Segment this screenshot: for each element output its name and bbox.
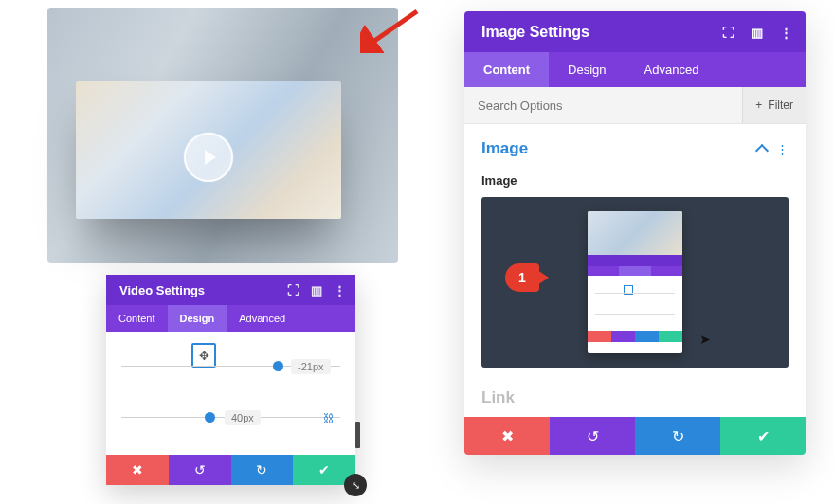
tab-content[interactable]: Content: [106, 305, 168, 332]
svg-line-0: [368, 11, 417, 45]
kebab-icon[interactable]: ⋮: [776, 142, 789, 156]
slider-thumb[interactable]: [273, 361, 283, 371]
link-values-icon[interactable]: ⛓: [323, 412, 335, 425]
left-preview-area: Video Settings ⛶ ▥ ⋮ Content Design Adva…: [47, 8, 408, 500]
field-label: Image: [481, 173, 789, 188]
tab-bar: Content Design Advanced: [464, 52, 806, 87]
foreground-video-thumbnail[interactable]: [76, 81, 341, 219]
action-bar: ✖ ↺ ↻ ✔: [464, 417, 806, 455]
help-icon[interactable]: ▥: [752, 26, 763, 40]
kebab-icon[interactable]: ⋮: [334, 283, 346, 297]
background-photo: [47, 8, 398, 263]
expand-icon[interactable]: ⛶: [722, 26, 734, 40]
offset-x-value[interactable]: -21px: [291, 359, 331, 374]
scroll-indicator: [355, 422, 360, 448]
position-drag-handle[interactable]: ✥: [191, 343, 216, 368]
save-button[interactable]: ✔: [720, 417, 806, 455]
cursor-icon: ➤: [699, 332, 711, 347]
help-icon[interactable]: ▥: [311, 283, 322, 297]
panel-header[interactable]: Image Settings ⛶ ▥ ⋮: [464, 11, 806, 52]
search-bar: + Filter: [464, 87, 806, 124]
image-thumbnail: [588, 211, 682, 353]
image-settings-panel: Image Settings ⛶ ▥ ⋮ Content Design Adva…: [464, 11, 806, 455]
slider-thumb[interactable]: [205, 412, 215, 423]
step-marker-label: 1: [505, 263, 539, 292]
filter-button[interactable]: + Filter: [742, 87, 806, 123]
video-settings-panel: Video Settings ⛶ ▥ ⋮ Content Design Adva…: [106, 275, 355, 485]
undo-button[interactable]: ↺: [169, 455, 231, 485]
image-preview-well[interactable]: 1 ➤: [481, 197, 789, 368]
close-button[interactable]: ✖: [464, 417, 550, 455]
panel-title: Image Settings: [481, 24, 589, 41]
search-input[interactable]: [464, 88, 742, 123]
tab-design[interactable]: Design: [168, 305, 227, 332]
design-body: ✥ -21px 40px ⛓: [106, 332, 355, 455]
link-section-title: Link: [464, 371, 806, 407]
offset-y-value[interactable]: 40px: [225, 410, 261, 425]
undo-button[interactable]: ↺: [550, 417, 635, 455]
tab-advanced[interactable]: Advanced: [626, 52, 718, 87]
filter-label: Filter: [768, 99, 793, 112]
panel-header[interactable]: Video Settings ⛶ ▥ ⋮: [106, 275, 355, 305]
redo-button[interactable]: ↻: [231, 455, 294, 485]
section-header[interactable]: Image ⋮: [481, 139, 789, 158]
close-button[interactable]: ✖: [106, 455, 169, 485]
redo-button[interactable]: ↻: [635, 417, 720, 455]
expand-icon[interactable]: ⛶: [287, 283, 299, 297]
step-marker: 1: [505, 263, 539, 292]
collapse-icon[interactable]: [755, 143, 769, 156]
tab-design[interactable]: Design: [549, 52, 625, 87]
plus-icon: +: [755, 99, 762, 112]
tab-bar: Content Design Advanced: [106, 305, 355, 332]
panel-title: Video Settings: [119, 283, 205, 297]
action-bar: ✖ ↺ ↻ ✔: [106, 455, 355, 485]
arrow-annotation: [360, 6, 426, 53]
tab-advanced[interactable]: Advanced: [227, 305, 298, 332]
tab-content[interactable]: Content: [464, 52, 549, 87]
resize-handle[interactable]: ⤡: [344, 474, 367, 496]
kebab-icon[interactable]: ⋮: [780, 26, 792, 40]
section-title: Image: [481, 139, 528, 158]
play-icon: [184, 133, 233, 182]
